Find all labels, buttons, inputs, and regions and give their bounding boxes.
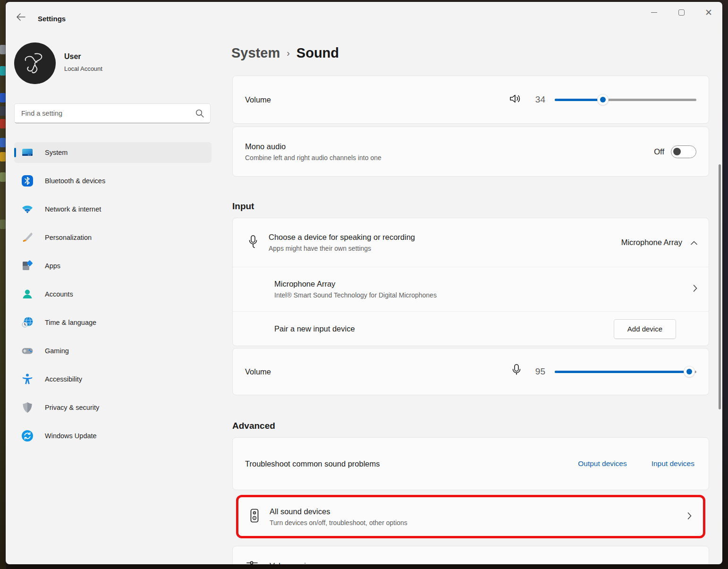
input-device-selected-value: Microphone Array [621,238,682,247]
selected-accent-pill [14,148,16,157]
chevron-right-icon[interactable] [687,512,692,521]
chevron-up-icon[interactable] [691,238,697,247]
sidebar-item-system[interactable]: System [14,142,212,163]
pair-input-device-row: Pair a new input device Add device [233,312,709,346]
apps-icon [21,260,34,272]
troubleshoot-label: Troubleshoot common sound problems [245,459,380,468]
input-volume-slider[interactable] [555,366,696,377]
back-arrow-icon [16,13,25,23]
mono-audio-toggle[interactable] [671,145,696,158]
user-account-type: Local Account [64,65,102,72]
main-content: System › Sound Volume 34 [232,2,709,564]
mono-audio-title: Mono audio [245,142,381,151]
sidebar-item-gaming[interactable]: Gaming [14,340,212,361]
sidebar-item-network-internet[interactable]: Network & internet [14,199,212,220]
settings-window: Settings ✕ User Local Account [6,2,722,564]
input-section-header: Input [232,201,254,212]
sidebar-item-label: Privacy & security [45,404,99,411]
sidebar-item-apps[interactable]: Apps [14,255,212,276]
personalization-icon [21,231,34,244]
sidebar-item-label: System [45,149,68,156]
search-input[interactable] [15,104,210,123]
sidebar-item-label: Accounts [45,290,73,298]
input-volume-card: Volume 95 [232,348,709,395]
volume-mixer-card: Volume mixer [232,546,709,564]
volume-mixer-icon [246,559,258,564]
app-title: Settings [38,15,66,23]
sidebar-item-bluetooth-devices[interactable]: Bluetooth & devices [14,170,212,191]
breadcrumb-chevron-icon: › [287,48,290,59]
chevron-right-icon[interactable] [693,285,697,294]
sidebar-item-label: Bluetooth & devices [45,177,105,185]
microphone-array-subtitle: Intel® Smart Sound Technology for Digita… [274,291,437,299]
sidebar-item-label: Personalization [45,234,92,241]
sidebar-item-privacy-security[interactable]: Privacy & security [14,397,212,418]
sound-devices-icon [250,508,259,525]
troubleshoot-card: Troubleshoot common sound problems Outpu… [232,437,709,490]
input-group-card: Choose a device for speaking or recordin… [232,218,709,346]
sidebar-item-accessibility[interactable]: Accessibility [14,369,212,390]
mono-audio-toggle-label: Off [654,147,664,156]
sidebar-item-label: Accessibility [45,375,82,383]
accessibility-icon [21,373,34,385]
sidebar-item-label: Apps [45,262,60,270]
sidebar-item-label: Time & language [45,319,96,326]
choose-input-device-row[interactable]: Choose a device for speaking or recordin… [233,218,709,267]
network-icon [21,203,34,215]
output-devices-link[interactable]: Output devices [578,459,626,468]
page-title: Sound [296,45,339,61]
scrollbar-thumb[interactable] [719,164,721,409]
user-block[interactable]: User Local Account [14,36,212,107]
output-volume-card: Volume 34 [232,76,709,124]
microphone-icon[interactable] [511,364,522,380]
accounts-icon [21,288,34,300]
volume-mixer-row[interactable]: Volume mixer [233,546,709,564]
choose-input-device-subtitle: Apps might have their own settings [269,245,415,252]
user-name: User [64,52,81,61]
sidebar-item-personalization[interactable]: Personalization [14,227,212,248]
breadcrumb: System › Sound [231,45,339,61]
input-volume-label: Volume [245,367,271,376]
pair-input-device-label: Pair a new input device [274,324,355,333]
choose-input-device-title: Choose a device for speaking or recordin… [269,233,415,242]
privacy-shield-icon [21,401,34,414]
advanced-section-header: Advanced [232,421,275,431]
sidebar-item-time-language[interactable]: Time & language [14,312,212,333]
windows-update-icon [21,430,34,442]
sidebar-item-label: Gaming [45,347,69,355]
system-icon [21,146,34,159]
razer-logo-icon [14,42,56,84]
avatar [14,42,56,84]
input-volume-value: 95 [531,366,545,377]
output-volume-label: Volume [245,95,271,104]
microphone-array-row[interactable]: Microphone Array Intel® Smart Sound Tech… [233,267,709,311]
search-box [14,103,211,123]
sidebar: User Local Account System Bluetooth [14,36,212,446]
input-devices-link[interactable]: Input devices [652,459,694,468]
sidebar-nav: System Bluetooth & devices Network & int… [14,142,212,446]
slider-handle[interactable] [598,94,608,105]
time-language-icon [21,316,34,329]
output-volume-slider[interactable] [555,94,696,105]
speaker-icon[interactable] [508,93,522,106]
microphone-icon [248,235,258,251]
bluetooth-icon [21,175,34,187]
sidebar-item-label: Network & internet [45,205,101,213]
breadcrumb-system-link[interactable]: System [231,45,280,61]
all-sound-devices-title: All sound devices [270,507,407,516]
all-sound-devices-subtitle: Turn devices on/off, troubleshoot, other… [270,519,407,527]
gaming-icon [21,345,34,357]
back-button[interactable] [12,10,29,25]
mono-audio-card: Mono audio Combine left and right audio … [232,127,709,177]
mono-audio-subtitle: Combine left and right audio channels in… [245,154,381,161]
red-annotation-box: All sound devices Turn devices on/off, t… [236,495,705,538]
sidebar-item-label: Windows Update [45,432,97,440]
slider-handle[interactable] [684,366,694,377]
toggle-knob [673,148,681,155]
volume-mixer-title: Volume mixer [270,561,317,565]
add-device-button[interactable]: Add device [614,319,676,339]
microphone-array-title: Microphone Array [274,280,437,289]
sidebar-item-windows-update[interactable]: Windows Update [14,425,212,446]
sidebar-item-accounts[interactable]: Accounts [14,284,212,305]
all-sound-devices-row[interactable]: All sound devices Turn devices on/off, t… [238,497,703,536]
